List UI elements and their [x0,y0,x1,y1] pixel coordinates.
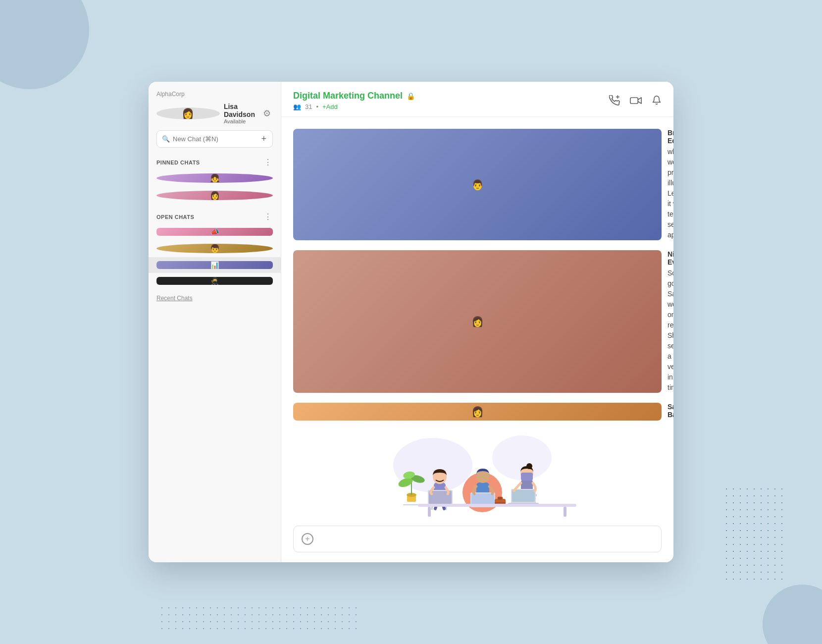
avatar-carla-j: 👩 [156,191,273,200]
message-brandon-text: where are we on the product illustration… [668,147,673,240]
sidebar: AlphaCorp 👩 Lisa Davidson Available ⚙ 🔍 … [149,82,281,562]
channel-header-actions [609,95,662,106]
add-members-link[interactable]: +Add [322,103,338,110]
notifications-button[interactable] [652,95,662,106]
user-status: Available [224,118,255,124]
open-chats-label: OPEN CHATS [156,214,194,220]
message-brandon: 👨 Brandon Edwards where are we on the pr… [293,129,662,240]
svg-rect-39 [564,507,566,517]
avatar-brandon-edwards: 👨 [293,129,662,240]
message-input-box: + [293,526,662,552]
svg-rect-0 [630,98,638,104]
search-bar: 🔍 + [156,130,273,148]
channel-header-left: Digital Marketing Channel 🔒 👥 31 • +Add [293,91,415,110]
user-info: 👩 Lisa Davidson Available [156,103,220,124]
chat-item-carla-j[interactable]: 👩 Carla J - The banker... [149,187,281,204]
message-sara-bateman-content: Sara Bateman [668,403,673,421]
new-chat-button[interactable]: + [260,134,267,144]
svg-point-29 [526,463,532,469]
svg-rect-33 [521,473,533,481]
dot-grid-right [723,485,782,585]
lock-icon: 🔒 [407,92,415,100]
message-nicole-sender: Nicole Evans [668,250,673,266]
channel-title-row: Digital Marketing Channel 🔒 [293,91,415,101]
channel-header: Digital Marketing Channel 🔒 👥 31 • +Add [281,82,673,117]
avatar-marketing-ninjas: 🥷 [156,277,273,285]
user-row: 👩 Lisa Davidson Available ⚙ [156,103,273,124]
svg-rect-35 [498,497,503,500]
pinned-chats-menu-button[interactable]: ⋮ [263,159,273,166]
video-call-button[interactable] [630,95,642,106]
message-nicole-content: Nicole Evans Sounds good! Sara is workin… [668,250,673,393]
bg-circle-bottomright [763,585,822,644]
add-attachment-button[interactable]: + [302,533,313,545]
messages-area: 👨 Brandon Edwards where are we on the pr… [281,117,673,520]
avatar-digital-marketing: 📊 [156,261,273,269]
chat-item-announcements[interactable]: 📣 Announcements - Ni... [149,224,281,240]
svg-rect-37 [418,504,576,507]
avatar-sara-b: 👧 [156,173,273,183]
chat-item-marketing-ninjas[interactable]: 🥷 Marketing Ninjas - A... [149,273,281,289]
svg-rect-38 [428,507,431,517]
message-sara-bateman: 👩 Sara Bateman [293,403,662,421]
pinned-chats-label: PINNED CHATS [156,160,200,165]
user-details: Lisa Davidson Available [224,103,255,124]
avatar-daniel-z: 👦 [156,244,273,253]
avatar-sara-bateman: 👩 [293,403,662,421]
search-icon: 🔍 [162,135,170,143]
chat-item-sara-b[interactable]: 👧 Sara B - I have abou... [149,169,281,187]
message-nicole-text: Sounds good! Sara is working on the rede… [668,268,673,393]
dot-grid-bottom [158,604,357,634]
channel-title: Digital Marketing Channel [293,91,403,101]
app-window: AlphaCorp 👩 Lisa Davidson Available ⚙ 🔍 … [149,82,673,562]
meta-separator: • [316,103,318,110]
avatar-nicole-evans: 👩 [293,250,662,393]
avatar-announcements: 📣 [156,228,273,236]
illustration-area [293,430,662,520]
message-brandon-content: Brandon Edwards where are we on the prod… [668,129,673,240]
message-brandon-sender: Brandon Edwards [668,129,673,145]
chat-item-digital-marketing[interactable]: 📊 Digital Marketing Ch... [149,257,281,273]
team-illustration [373,435,581,520]
chat-item-daniel-z[interactable]: 👦 Daniel Z - Earlier tod... [149,240,281,257]
org-name: AlphaCorp [156,91,273,98]
svg-rect-23 [471,493,494,505]
message-input-area: + [281,520,673,562]
members-icon: 👥 [293,103,301,110]
recent-chats-link[interactable]: Recent Chats [156,295,273,302]
message-sara-bateman-sender: Sara Bateman [668,403,673,419]
search-input[interactable] [173,135,257,143]
svg-rect-31 [512,490,535,502]
user-name: Lisa Davidson [224,103,255,118]
open-chats-section-header: OPEN CHATS ⋮ [149,209,281,224]
settings-button[interactable]: ⚙ [261,106,273,121]
open-chats-menu-button[interactable]: ⋮ [263,213,273,221]
bg-circle-topleft [0,0,89,89]
avatar-lisa: 👩 [156,107,220,119]
channel-meta: 👥 31 • +Add [293,103,415,110]
voice-call-button[interactable] [609,95,620,106]
main-content: Digital Marketing Channel 🔒 👥 31 • +Add [281,82,673,562]
svg-point-21 [476,470,489,483]
message-nicole: 👩 Nicole Evans Sounds good! Sara is work… [293,250,662,393]
sidebar-header: AlphaCorp 👩 Lisa Davidson Available ⚙ [149,82,281,130]
pinned-chats-section-header: PINNED CHATS ⋮ [149,155,281,169]
members-count: 31 [305,103,312,110]
